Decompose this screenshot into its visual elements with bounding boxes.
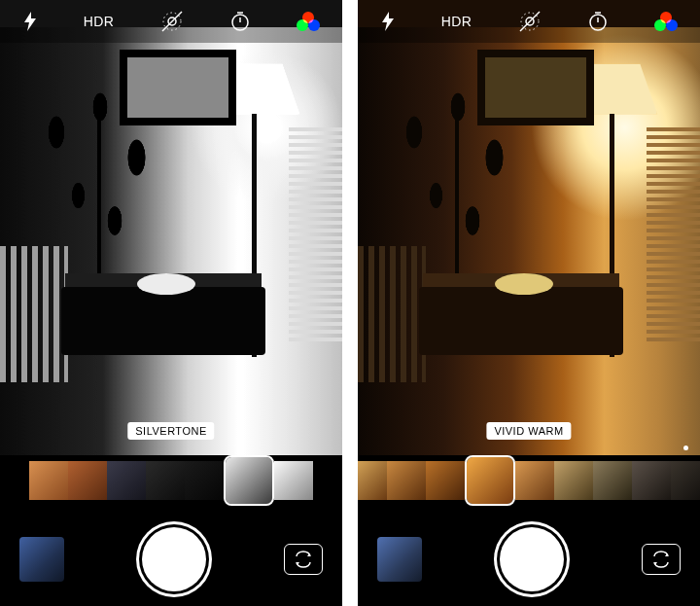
table [61, 287, 265, 355]
filter-thumb[interactable] [515, 461, 554, 500]
hdr-toggle[interactable]: HDR [84, 14, 115, 29]
filter-thumb[interactable] [358, 461, 387, 500]
shutter-button[interactable] [142, 527, 206, 591]
filter-name-label: SILVERTONE [127, 422, 214, 440]
filter-thumb[interactable] [387, 461, 426, 500]
filter-thumb[interactable] [107, 461, 146, 500]
live-photo-icon[interactable] [159, 9, 185, 34]
timer-icon[interactable] [587, 11, 609, 32]
svg-line-2 [162, 12, 182, 31]
camera-swap-button[interactable] [642, 544, 681, 575]
filter-thumbnails[interactable] [0, 461, 342, 514]
hdr-toggle[interactable]: HDR [441, 14, 472, 29]
filter-thumb[interactable] [554, 461, 593, 500]
live-photo-icon[interactable] [517, 9, 542, 34]
filters-icon[interactable] [297, 12, 320, 31]
filter-name-label: VIVID WARM [486, 422, 571, 440]
filter-thumb-selected[interactable] [226, 457, 272, 504]
last-photo-thumbnail[interactable] [19, 537, 64, 582]
camera-screen-silvertone: HDR SILVERTONE [0, 0, 342, 606]
svg-line-8 [520, 12, 540, 31]
window-blinds [289, 127, 342, 341]
scene-preview [0, 0, 342, 455]
top-toolbar: HDR [358, 0, 700, 43]
filter-thumbnails[interactable] [358, 461, 700, 514]
filter-thumb[interactable] [68, 461, 107, 500]
shutter-button[interactable] [500, 527, 564, 591]
table [419, 287, 623, 355]
filter-thumb[interactable] [29, 461, 68, 500]
filters-icon[interactable] [654, 12, 678, 31]
disc-object [495, 273, 553, 295]
radiator [0, 246, 68, 382]
scene-preview [358, 0, 700, 455]
filter-thumb[interactable] [185, 461, 224, 500]
filter-thumb[interactable] [146, 461, 185, 500]
last-photo-thumbnail[interactable] [377, 537, 422, 582]
viewfinder[interactable] [358, 0, 700, 455]
radiator [358, 246, 426, 382]
filter-thumb[interactable] [274, 461, 313, 500]
window-blinds [647, 127, 700, 341]
filter-thumb[interactable] [632, 461, 671, 500]
camera-screen-vivid-warm: HDR VIVID WARM [358, 0, 700, 606]
viewfinder[interactable] [0, 0, 342, 455]
page-indicator-dot [683, 446, 688, 450]
flash-icon[interactable] [380, 12, 396, 31]
timer-icon[interactable] [229, 11, 251, 32]
flash-icon[interactable] [22, 12, 38, 31]
disc-object [137, 273, 195, 295]
top-toolbar: HDR [0, 0, 342, 43]
filter-thumb[interactable] [671, 461, 700, 500]
bottom-toolbar [358, 520, 700, 606]
camera-swap-button[interactable] [284, 544, 323, 575]
bottom-toolbar [0, 520, 342, 606]
filter-thumb[interactable] [593, 461, 632, 500]
filter-thumb[interactable] [426, 461, 465, 500]
filter-thumb-selected[interactable] [467, 457, 513, 504]
